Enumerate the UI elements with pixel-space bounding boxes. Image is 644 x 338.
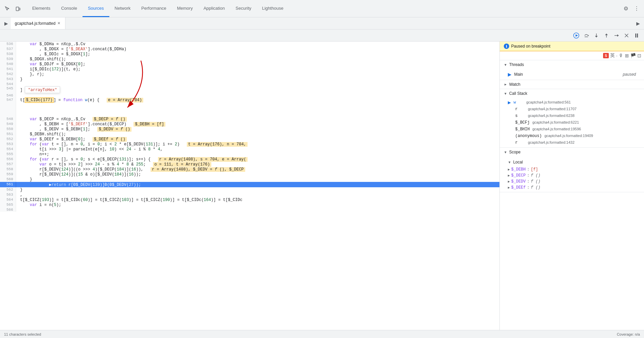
stack-loc: gcaptcha4.js:formatted:561 bbox=[526, 100, 571, 104]
table-row: 549 , $_DEBH = ['$_DEFf'].concat($_DECP)… bbox=[0, 122, 499, 127]
stack-item-bcfj[interactable]: $_BCFj gcaptcha4.js:formatted:6221 bbox=[500, 119, 644, 126]
thread-active-arrow: ▶ bbox=[508, 72, 512, 77]
stack-item-r1[interactable]: r gcaptcha4.js:formatted:11707 bbox=[500, 106, 644, 113]
table-row: 537 , $_DDGX = ['$_DEAX'].concat($_DDHa) bbox=[0, 47, 499, 52]
scope-item-decp[interactable]: ▶ $_DECP : f () bbox=[500, 173, 644, 179]
tab-application[interactable]: Application bbox=[198, 0, 230, 17]
topbar-right-icons: ⚙ ⋮ bbox=[621, 4, 641, 13]
scope-val: [f] bbox=[531, 167, 538, 172]
step-over-button[interactable] bbox=[582, 31, 591, 40]
tab-elements[interactable]: Elements bbox=[27, 0, 56, 17]
svg-rect-14 bbox=[635, 33, 636, 38]
code-editor[interactable]: 536 var $_DDHa = nXcp_.$.Cv 537 , $_DDGX… bbox=[0, 42, 500, 338]
scope-item-dedv[interactable]: ▶ $_DEDV : f () bbox=[500, 179, 644, 185]
more-icon[interactable]: ⋮ bbox=[632, 4, 641, 13]
device-icon[interactable] bbox=[13, 4, 23, 13]
threads-section: ▼ Threads ▶ Main paused bbox=[500, 60, 644, 80]
scope-expand-icon[interactable]: ▶ bbox=[508, 180, 510, 184]
table-row: 543 } bbox=[0, 77, 499, 82]
tab-network[interactable]: Network bbox=[109, 0, 136, 17]
scope-expand-icon[interactable]: ▶ bbox=[508, 186, 510, 190]
topbar-left-icons bbox=[3, 4, 23, 13]
table-row: 564 t[$_CICZ(193)] = t[$_CIDc(60)] = t[$… bbox=[0, 197, 499, 202]
scope-val: f () bbox=[531, 173, 540, 178]
scope-header[interactable]: ▼ Scope bbox=[500, 148, 644, 156]
settings-icon[interactable]: ⚙ bbox=[621, 4, 631, 13]
code-scroller[interactable]: 536 var $_DDHa = nXcp_.$.Cv 537 , $_DDGX… bbox=[0, 42, 499, 338]
stack-loc: gcaptcha4.js:formatted:6221 bbox=[532, 120, 636, 124]
ext-icon-mic: 🎙 bbox=[619, 53, 624, 58]
subtab-right: ▶ bbox=[633, 19, 643, 28]
callstack-header[interactable]: ▼ Call Stack bbox=[500, 89, 644, 98]
file-tab-close-icon[interactable]: ✕ bbox=[57, 20, 61, 26]
table-row: 558 r[$_DEDV(124)]((o >>> 4)[$_DECP(184)… bbox=[0, 167, 499, 172]
stack-fn: s bbox=[515, 114, 525, 118]
step-button[interactable] bbox=[612, 31, 621, 40]
watch-label: Watch bbox=[509, 82, 521, 87]
show-navigator-icon[interactable]: ▶ bbox=[633, 19, 643, 28]
svg-rect-1 bbox=[19, 8, 20, 10]
scope-key: $_DEEf bbox=[511, 185, 526, 190]
stack-item-anon[interactable]: (anonymous) gcaptcha4.js:formatted:19409 bbox=[500, 133, 644, 139]
tab-console[interactable]: Console bbox=[56, 0, 83, 17]
table-row: 550 , $_DEDV = $_DEBH[1]; $_DEDV = f () bbox=[0, 127, 499, 132]
threads-header[interactable]: ▼ Threads bbox=[500, 60, 644, 69]
threads-triangle-icon: ▼ bbox=[504, 63, 507, 67]
file-tab-gcaptcha[interactable]: gcaptcha4.js:formatted ✕ bbox=[11, 17, 65, 29]
deactivate-breakpoints-button[interactable] bbox=[622, 31, 631, 40]
scope-item-deef[interactable]: ▶ $_DEEf : f () bbox=[500, 185, 644, 191]
scope-section: ▼ Scope ▼ Local ▶ $_DEBH : [f] ▶ $_DECP … bbox=[500, 148, 644, 192]
watch-triangle-icon: ▼ bbox=[503, 83, 507, 86]
scope-triangle-icon: ▼ bbox=[504, 150, 507, 154]
stack-item-w[interactable]: ▶ w gcaptcha4.js:formatted:561 bbox=[500, 99, 644, 106]
table-row: 562 } bbox=[0, 187, 499, 192]
callstack-triangle-icon: ▼ bbox=[504, 92, 507, 95]
local-scope-header[interactable]: ▼ Local bbox=[500, 158, 644, 166]
stack-fn: $_BHIH bbox=[515, 127, 530, 132]
stack-active-arrow: ▶ bbox=[508, 100, 511, 105]
table-row: 563 , bbox=[0, 192, 499, 197]
svg-marker-7 bbox=[595, 36, 598, 38]
breakpoint-notice: ℹ Paused on breakpoint bbox=[500, 42, 644, 51]
tab-memory[interactable]: Memory bbox=[172, 0, 198, 17]
scope-item-debh[interactable]: ▶ $_DEBH : [f] bbox=[500, 166, 644, 173]
resume-button[interactable] bbox=[572, 31, 581, 40]
table-row: 560 } bbox=[0, 177, 499, 182]
watch-header[interactable]: ▼ Watch bbox=[500, 80, 644, 89]
file-tabs-bar: ▶ gcaptcha4.js:formatted ✕ ▶ bbox=[0, 17, 644, 29]
scope-val: f () bbox=[531, 185, 540, 190]
scope-expand-icon[interactable]: ▶ bbox=[508, 174, 510, 178]
step-into-button[interactable] bbox=[592, 31, 601, 40]
pause-on-exception-button[interactable] bbox=[632, 31, 641, 40]
code-lines: 536 var $_DDHa = nXcp_.$.Cv 537 , $_DDGX… bbox=[0, 42, 499, 212]
main-content: 536 var $_DDHa = nXcp_.$.Cv 537 , $_DDGX… bbox=[0, 42, 644, 338]
scope-content: ▼ Local ▶ $_DEBH : [f] ▶ $_DECP : f () ▶ bbox=[500, 156, 644, 192]
tab-security[interactable]: Security bbox=[230, 0, 257, 17]
tab-lighthouse[interactable]: Lighthouse bbox=[257, 0, 289, 17]
tab-sources[interactable]: Sources bbox=[83, 0, 109, 17]
tab-performance[interactable]: Performance bbox=[136, 0, 171, 17]
step-out-button[interactable] bbox=[602, 31, 611, 40]
inspect-icon[interactable] bbox=[3, 4, 12, 13]
panel-toggle-icon[interactable]: ▶ bbox=[1, 19, 11, 28]
table-row: 540 var $_DDJf = $_DDGX[0]; bbox=[0, 62, 499, 67]
table-row: 565 var i = n(5); bbox=[0, 202, 499, 207]
stack-fn: $_BCFj bbox=[515, 120, 530, 125]
scope-expand-icon[interactable]: ▶ bbox=[508, 167, 510, 172]
stack-fn: w bbox=[514, 100, 524, 105]
thread-status: paused bbox=[623, 72, 636, 77]
thread-main[interactable]: ▶ Main paused bbox=[500, 70, 644, 78]
right-panel: ℹ Paused on breakpoint S 英 · 🎙 ⊞ 🏴 ⊡ ▼ T… bbox=[500, 42, 644, 338]
ext-icon-dot: · bbox=[616, 53, 618, 58]
stack-item-s[interactable]: s gcaptcha4.js:formatted:6238 bbox=[500, 113, 644, 119]
debug-toolbar bbox=[0, 29, 644, 42]
stack-item-bhih[interactable]: $_BHIH gcaptcha4.js:formatted:19596 bbox=[500, 126, 644, 133]
scope-key: $_DEDV bbox=[511, 179, 526, 184]
ext-icon-grid1: ⊞ bbox=[625, 53, 629, 58]
callstack-label: Call Stack bbox=[509, 91, 527, 96]
callstack-section: ▼ Call Stack ▶ w gcaptcha4.js:formatted:… bbox=[500, 89, 644, 148]
ext-icon-s: S bbox=[603, 53, 609, 58]
stack-loc: gcaptcha4.js:formatted:1432 bbox=[528, 140, 636, 144]
stack-fn: (anonymous) bbox=[515, 134, 542, 138]
stack-item-r2[interactable]: r gcaptcha4.js:formatted:1432 bbox=[500, 139, 644, 146]
